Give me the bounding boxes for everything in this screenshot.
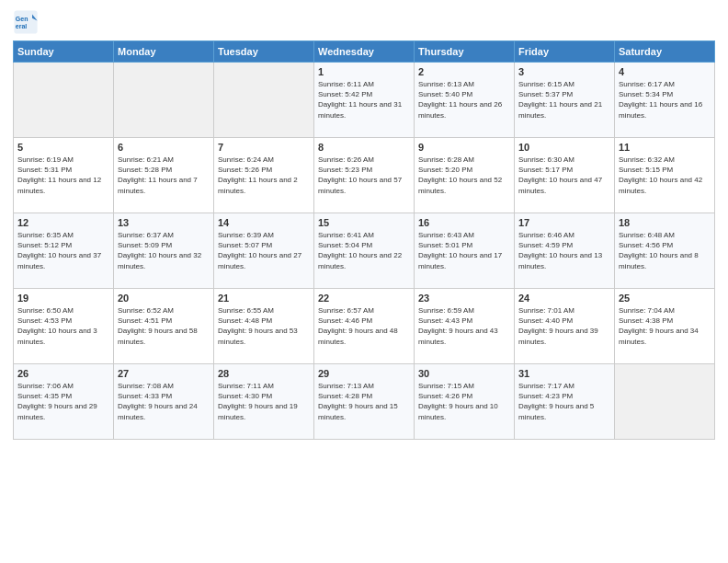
day-header-thursday: Thursday <box>415 41 515 63</box>
day-number: 11 <box>619 142 711 153</box>
day-cell: 23Sunrise: 6:59 AM Sunset: 4:43 PM Dayli… <box>415 289 515 364</box>
day-number: 4 <box>619 66 711 77</box>
day-info: Sunrise: 6:37 AM Sunset: 5:09 PM Dayligh… <box>118 230 210 271</box>
day-number: 15 <box>318 217 410 228</box>
day-cell: 15Sunrise: 6:41 AM Sunset: 5:04 PM Dayli… <box>314 213 415 289</box>
day-number: 25 <box>619 293 711 304</box>
day-number: 3 <box>518 66 610 77</box>
day-cell: 2Sunrise: 6:13 AM Sunset: 5:40 PM Daylig… <box>415 63 515 138</box>
day-number: 19 <box>17 293 109 304</box>
day-info: Sunrise: 6:55 AM Sunset: 4:48 PM Dayligh… <box>218 305 310 347</box>
day-number: 29 <box>318 368 410 379</box>
logo-icon: Gen eral <box>13 9 39 35</box>
day-cell: 24Sunrise: 7:01 AM Sunset: 4:40 PM Dayli… <box>515 289 615 364</box>
svg-text:Gen: Gen <box>16 16 28 22</box>
day-number: 14 <box>218 217 310 228</box>
day-cell: 12Sunrise: 6:35 AM Sunset: 5:12 PM Dayli… <box>14 213 114 289</box>
day-number: 2 <box>418 66 510 77</box>
week-row-3: 12Sunrise: 6:35 AM Sunset: 5:12 PM Dayli… <box>14 213 715 289</box>
day-header-friday: Friday <box>515 41 615 63</box>
day-cell: 11Sunrise: 6:32 AM Sunset: 5:15 PM Dayli… <box>615 138 715 213</box>
day-cell: 14Sunrise: 6:39 AM Sunset: 5:07 PM Dayli… <box>214 213 314 289</box>
day-cell: 20Sunrise: 6:52 AM Sunset: 4:51 PM Dayli… <box>114 289 214 364</box>
logo: Gen eral <box>13 9 40 35</box>
svg-rect-0 <box>14 10 37 33</box>
day-number: 5 <box>17 142 109 153</box>
day-cell: 21Sunrise: 6:55 AM Sunset: 4:48 PM Dayli… <box>214 289 314 364</box>
day-number: 16 <box>418 217 510 228</box>
day-info: Sunrise: 7:11 AM Sunset: 4:30 PM Dayligh… <box>218 381 310 422</box>
day-number: 21 <box>218 293 310 304</box>
day-cell: 9Sunrise: 6:28 AM Sunset: 5:20 PM Daylig… <box>415 138 515 213</box>
day-cell: 30Sunrise: 7:15 AM Sunset: 4:26 PM Dayli… <box>415 364 515 440</box>
day-info: Sunrise: 6:59 AM Sunset: 4:43 PM Dayligh… <box>418 305 510 347</box>
day-info: Sunrise: 6:13 AM Sunset: 5:40 PM Dayligh… <box>418 79 510 121</box>
day-info: Sunrise: 7:13 AM Sunset: 4:28 PM Dayligh… <box>318 381 410 422</box>
day-number: 1 <box>318 66 410 77</box>
day-info: Sunrise: 6:11 AM Sunset: 5:42 PM Dayligh… <box>318 79 410 121</box>
day-info: Sunrise: 6:48 AM Sunset: 4:56 PM Dayligh… <box>619 230 711 271</box>
day-cell: 26Sunrise: 7:06 AM Sunset: 4:35 PM Dayli… <box>14 364 114 440</box>
day-number: 23 <box>418 293 510 304</box>
day-number: 28 <box>218 368 310 379</box>
day-cell <box>615 364 715 440</box>
week-row-4: 19Sunrise: 6:50 AM Sunset: 4:53 PM Dayli… <box>14 289 715 364</box>
day-number: 6 <box>118 142 210 153</box>
day-number: 8 <box>318 142 410 153</box>
day-info: Sunrise: 6:35 AM Sunset: 5:12 PM Dayligh… <box>17 230 109 271</box>
week-row-2: 5Sunrise: 6:19 AM Sunset: 5:31 PM Daylig… <box>14 138 715 213</box>
header-row: SundayMondayTuesdayWednesdayThursdayFrid… <box>14 41 715 63</box>
day-info: Sunrise: 6:52 AM Sunset: 4:51 PM Dayligh… <box>118 305 210 347</box>
day-cell: 29Sunrise: 7:13 AM Sunset: 4:28 PM Dayli… <box>314 364 415 440</box>
calendar-table: SundayMondayTuesdayWednesdayThursdayFrid… <box>13 40 715 440</box>
day-cell: 13Sunrise: 6:37 AM Sunset: 5:09 PM Dayli… <box>114 213 214 289</box>
svg-text:eral: eral <box>16 23 28 29</box>
header: Gen eral <box>13 9 715 35</box>
day-cell: 3Sunrise: 6:15 AM Sunset: 5:37 PM Daylig… <box>515 63 615 138</box>
day-number: 27 <box>118 368 210 379</box>
day-info: Sunrise: 6:15 AM Sunset: 5:37 PM Dayligh… <box>518 79 610 121</box>
day-info: Sunrise: 7:08 AM Sunset: 4:33 PM Dayligh… <box>118 381 210 422</box>
day-cell: 27Sunrise: 7:08 AM Sunset: 4:33 PM Dayli… <box>114 364 214 440</box>
day-info: Sunrise: 6:21 AM Sunset: 5:28 PM Dayligh… <box>118 155 210 196</box>
week-row-5: 26Sunrise: 7:06 AM Sunset: 4:35 PM Dayli… <box>14 364 715 440</box>
day-info: Sunrise: 7:15 AM Sunset: 4:26 PM Dayligh… <box>418 381 510 422</box>
day-number: 30 <box>418 368 510 379</box>
day-cell: 7Sunrise: 6:24 AM Sunset: 5:26 PM Daylig… <box>214 138 314 213</box>
day-cell <box>114 63 214 138</box>
day-cell: 31Sunrise: 7:17 AM Sunset: 4:23 PM Dayli… <box>515 364 615 440</box>
day-cell: 1Sunrise: 6:11 AM Sunset: 5:42 PM Daylig… <box>314 63 415 138</box>
day-number: 20 <box>118 293 210 304</box>
day-info: Sunrise: 6:50 AM Sunset: 4:53 PM Dayligh… <box>17 305 109 347</box>
day-info: Sunrise: 6:43 AM Sunset: 5:01 PM Dayligh… <box>418 230 510 271</box>
day-info: Sunrise: 6:41 AM Sunset: 5:04 PM Dayligh… <box>318 230 410 271</box>
day-number: 13 <box>118 217 210 228</box>
day-cell: 8Sunrise: 6:26 AM Sunset: 5:23 PM Daylig… <box>314 138 415 213</box>
day-info: Sunrise: 7:06 AM Sunset: 4:35 PM Dayligh… <box>17 381 109 422</box>
day-header-saturday: Saturday <box>615 41 715 63</box>
day-header-tuesday: Tuesday <box>214 41 314 63</box>
day-number: 9 <box>418 142 510 153</box>
calendar-container: Gen eral SundayMondayTuesdayWednesdayThu… <box>0 0 728 563</box>
day-number: 31 <box>518 368 610 379</box>
day-info: Sunrise: 6:46 AM Sunset: 4:59 PM Dayligh… <box>518 230 610 271</box>
day-number: 24 <box>518 293 610 304</box>
day-number: 12 <box>17 217 109 228</box>
day-number: 10 <box>518 142 610 153</box>
day-number: 7 <box>218 142 310 153</box>
day-cell: 18Sunrise: 6:48 AM Sunset: 4:56 PM Dayli… <box>615 213 715 289</box>
day-cell: 28Sunrise: 7:11 AM Sunset: 4:30 PM Dayli… <box>214 364 314 440</box>
week-row-1: 1Sunrise: 6:11 AM Sunset: 5:42 PM Daylig… <box>14 63 715 138</box>
day-cell: 19Sunrise: 6:50 AM Sunset: 4:53 PM Dayli… <box>14 289 114 364</box>
day-info: Sunrise: 6:39 AM Sunset: 5:07 PM Dayligh… <box>218 230 310 271</box>
day-number: 17 <box>518 217 610 228</box>
day-info: Sunrise: 7:17 AM Sunset: 4:23 PM Dayligh… <box>518 381 610 422</box>
day-cell: 4Sunrise: 6:17 AM Sunset: 5:34 PM Daylig… <box>615 63 715 138</box>
day-cell: 5Sunrise: 6:19 AM Sunset: 5:31 PM Daylig… <box>14 138 114 213</box>
day-cell: 25Sunrise: 7:04 AM Sunset: 4:38 PM Dayli… <box>615 289 715 364</box>
day-cell: 10Sunrise: 6:30 AM Sunset: 5:17 PM Dayli… <box>515 138 615 213</box>
day-number: 22 <box>318 293 410 304</box>
day-cell: 22Sunrise: 6:57 AM Sunset: 4:46 PM Dayli… <box>314 289 415 364</box>
day-info: Sunrise: 6:57 AM Sunset: 4:46 PM Dayligh… <box>318 305 410 347</box>
day-info: Sunrise: 7:04 AM Sunset: 4:38 PM Dayligh… <box>619 305 711 347</box>
